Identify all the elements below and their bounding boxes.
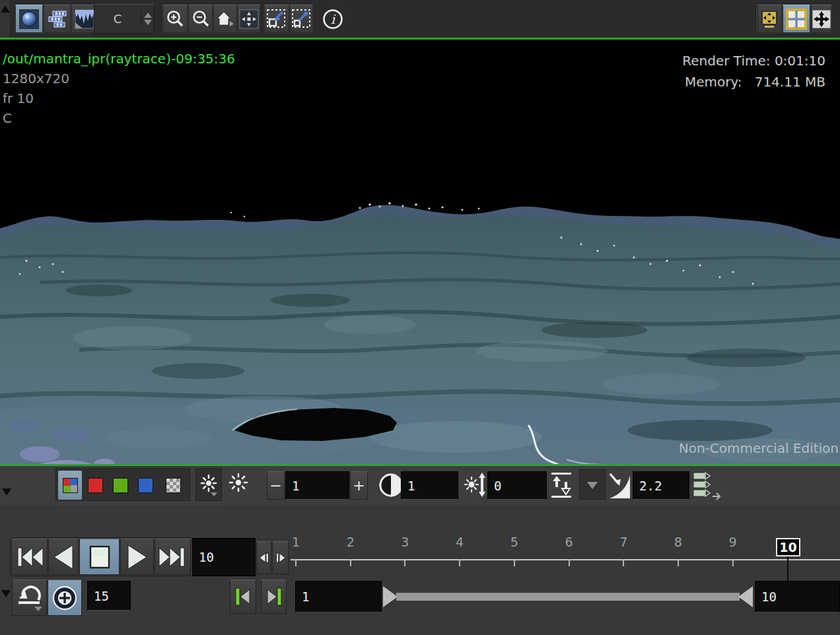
ruler-tick-label: 8 [674,535,682,549]
move-arrows-icon [812,9,831,29]
collapse-up-icon[interactable] [1,5,10,13]
correction-dropdown-button[interactable] [579,469,606,501]
playback-mode-button[interactable] [12,580,47,616]
playbar-collapse-down-icon[interactable] [1,590,11,597]
range-start-field[interactable]: 1 [295,581,382,613]
exposure-decrease-button[interactable]: − [267,471,285,500]
ruler-tick-mark [623,559,624,566]
fps-field[interactable]: 15 [87,581,131,611]
zoom-out-button[interactable] [188,5,213,33]
ruler-tick-mark [678,559,679,566]
info-button[interactable]: i [318,5,347,33]
maximize-pane-button[interactable] [757,5,782,33]
ruler-tick-label: 1 [292,535,300,549]
brightness-shift-control[interactable] [464,471,487,502]
plane-text: C [3,108,235,128]
ruler-tick-mark [404,559,405,566]
frame-text: fr 10 [3,88,235,108]
ruler-tick-label: 9 [729,535,737,549]
ruler-tick-mark [350,559,351,566]
channel-alpha-button[interactable] [161,471,185,500]
render-path-text: /out/mantra_ipr(raytrace)-09:35:36 [3,49,235,69]
dropdown-caret-icon [587,482,598,489]
brightness-preset-button[interactable] [195,468,222,502]
exposure-field[interactable]: 1 [285,471,349,500]
houdini-render-view-pane: C [0,0,840,635]
contrast-control[interactable] [378,471,404,502]
brightness-shift-icon [464,471,487,500]
range-end-field[interactable]: 10 [755,581,840,613]
shrink-view-button[interactable] [264,5,289,33]
render-view-button[interactable] [15,5,43,33]
alpha-channel-icon [166,478,181,493]
ruler-tick-label: 3 [401,535,409,549]
memory-value: 714.11 MB [755,74,825,90]
gamma-curve-icon [608,470,631,500]
expand-view-button[interactable] [290,5,313,33]
lut-bars-icon [692,470,713,500]
ruler-line [291,559,840,560]
spinner-up-icon[interactable] [144,13,152,18]
info-icon: i [322,8,344,30]
contrast-field[interactable]: 1 [401,471,458,500]
lut-button[interactable] [692,470,713,503]
bar-collapse-down-icon[interactable] [2,488,11,496]
render-sphere-icon [19,9,39,29]
shrink-icon [266,9,287,30]
ruler-tick-mark [569,559,570,566]
range-slider[interactable] [382,585,754,609]
brightness-shift-field[interactable]: 0 [487,471,547,500]
gamma-control[interactable] [608,470,631,503]
pane-move-button[interactable] [811,5,832,33]
home-icon [215,9,236,29]
channel-blue-button[interactable] [133,471,157,500]
ruler-tick-label: 4 [456,535,464,549]
blue-channel-icon [138,478,153,493]
edition-watermark: Non-Commercial Edition [679,440,839,456]
pane-collapse-strip[interactable] [0,0,11,38]
home-view-button[interactable] [213,5,237,33]
set-range-end-button[interactable] [261,580,287,614]
resolution-text: 1280x720 [3,69,235,88]
gamma-field[interactable]: 2.2 [633,471,689,500]
display-plane-value: C [94,12,141,26]
svg-text:i: i [331,12,336,26]
zoom-in-button[interactable] [162,5,188,33]
render-viewport[interactable]: /out/mantra_ipr(raytrace)-09:35:36 1280x… [0,40,840,464]
bar-scroll-right-icon[interactable] [712,491,722,504]
ruler-tick-label: 7 [619,535,627,549]
brightness-button[interactable] [228,473,248,495]
ruler-tick-label: 6 [565,535,573,549]
expand-icon [291,9,312,30]
ruler-tick-label: 5 [510,535,518,549]
playhead-frame-box[interactable]: 10 [776,538,800,556]
pane-layout-button[interactable] [783,5,810,33]
auto-range-icon [549,470,573,500]
zoom-out-icon [191,9,211,29]
frame-all-button[interactable] [238,5,260,33]
spinner-down-icon[interactable] [144,20,152,25]
channel-green-button[interactable] [108,471,132,500]
display-plane-select[interactable]: C [94,4,155,34]
set-range-start-button[interactable] [230,580,256,614]
range-start-icon [234,586,252,607]
timeline-ruler[interactable]: 123456789 10 [0,535,840,584]
render-time-label: Render Time: [682,53,770,69]
plane-spinner[interactable] [141,10,154,28]
realtime-toggle-button[interactable] [48,580,82,616]
render-info-overlay: /out/mantra_ipr(raytrace)-09:35:36 1280x… [3,49,235,128]
zoom-in-icon [165,9,185,29]
range-slider-bar [382,585,754,609]
four-pane-layout-icon [785,8,808,30]
channel-bars-button[interactable] [44,5,71,33]
brightness-sun2-icon [228,473,248,492]
loop-playback-icon [16,583,44,613]
channel-red-button[interactable] [83,471,107,500]
channel-rgba-button[interactable] [58,471,82,500]
maximize-pane-icon [759,9,781,30]
ruler-tick-mark [459,559,460,566]
auto-range-button[interactable] [549,470,573,503]
histogram-icon [75,9,94,29]
exposure-increase-button[interactable]: + [350,471,368,500]
playhead-stem[interactable] [787,556,788,583]
